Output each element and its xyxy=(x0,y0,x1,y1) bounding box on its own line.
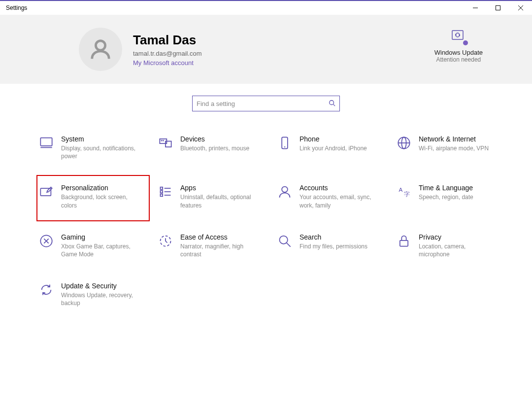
personalization-icon xyxy=(38,184,54,200)
tile-personalization[interactable]: Personalization Background, lock screen,… xyxy=(36,175,150,221)
windows-update-subtitle: Attention needed xyxy=(436,56,481,63)
user-name: Tamal Das xyxy=(133,33,202,48)
windows-update-title: Windows Update xyxy=(434,49,483,56)
tile-devices[interactable]: Devices Bluetooth, printers, mouse xyxy=(156,133,269,162)
tile-title: Phone xyxy=(299,135,367,143)
close-button[interactable] xyxy=(509,1,532,15)
minimize-icon xyxy=(473,5,478,10)
tile-title: Accounts xyxy=(299,184,378,192)
tile-desc: Wi-Fi, airplane mode, VPN xyxy=(419,144,489,152)
tile-desc: Speech, region, date xyxy=(419,193,473,201)
search-icon xyxy=(329,100,335,108)
minimize-button[interactable] xyxy=(464,1,487,15)
update-security-icon xyxy=(38,282,54,298)
titlebar: Settings xyxy=(0,0,532,15)
tile-desc: Uninstall, defaults, optional features xyxy=(180,193,259,209)
user-icon xyxy=(89,38,112,61)
svg-point-6 xyxy=(463,40,468,45)
ease-of-access-icon xyxy=(158,233,173,249)
svg-rect-5 xyxy=(452,31,463,39)
tile-phone[interactable]: Phone Link your Android, iPhone xyxy=(275,133,388,162)
tile-apps[interactable]: Apps Uninstall, defaults, optional featu… xyxy=(156,182,269,211)
header: Tamal Das tamal.tr.das@gmail.com My Micr… xyxy=(0,15,532,84)
tile-network[interactable]: Network & Internet Wi-Fi, airplane mode,… xyxy=(394,133,507,162)
svg-line-8 xyxy=(333,104,335,106)
tile-desc: Display, sound, notifications, power xyxy=(61,144,140,160)
svg-point-32 xyxy=(280,236,288,243)
search-row xyxy=(0,84,532,123)
tile-search[interactable]: Search Find my files, permissions xyxy=(275,231,388,260)
svg-point-14 xyxy=(163,140,164,141)
tile-title: System xyxy=(61,135,140,143)
close-icon xyxy=(518,5,523,10)
tile-desc: Link your Android, iPhone xyxy=(299,144,367,152)
tile-update-security[interactable]: Update & Security Windows Update, recove… xyxy=(36,280,150,309)
windows-update-icon xyxy=(451,30,466,45)
system-icon xyxy=(38,135,54,151)
svg-rect-23 xyxy=(161,194,163,197)
user-block: Tamal Das tamal.tr.das@gmail.com My Micr… xyxy=(133,33,202,67)
gaming-icon xyxy=(38,233,54,249)
svg-point-7 xyxy=(330,100,334,104)
tile-time[interactable]: A字 Time & Language Speech, region, date xyxy=(394,182,507,211)
tile-desc: Your accounts, email, sync, work, family xyxy=(299,193,378,209)
maximize-button[interactable] xyxy=(487,1,509,15)
tile-title: Time & Language xyxy=(419,184,473,192)
tile-title: Update & Security xyxy=(61,282,140,290)
tile-title: Search xyxy=(299,233,367,241)
windows-update-block[interactable]: Windows Update Attention needed xyxy=(434,30,483,63)
tile-privacy[interactable]: Privacy Location, camera, microphone xyxy=(394,231,507,260)
svg-point-13 xyxy=(161,140,162,141)
svg-rect-22 xyxy=(161,191,163,193)
tile-desc: Windows Update, recovery, backup xyxy=(61,291,140,307)
devices-icon xyxy=(158,135,173,151)
settings-grid: System Display, sound, notifications, po… xyxy=(0,123,532,310)
tile-system[interactable]: System Display, sound, notifications, po… xyxy=(36,133,150,162)
tile-desc: Xbox Game Bar, captures, Game Mode xyxy=(61,242,140,258)
window-controls xyxy=(464,1,532,15)
svg-text:A: A xyxy=(399,186,403,193)
tile-title: Privacy xyxy=(419,233,498,241)
search-tile-icon xyxy=(277,233,293,249)
network-icon xyxy=(396,135,412,151)
search-box[interactable] xyxy=(192,96,340,111)
tile-ease-of-access[interactable]: Ease of Access Narrator, magnifier, high… xyxy=(156,231,269,260)
svg-point-4 xyxy=(96,41,105,50)
svg-rect-34 xyxy=(400,241,408,246)
svg-text:字: 字 xyxy=(404,191,410,198)
tile-accounts[interactable]: Accounts Your accounts, email, sync, wor… xyxy=(275,182,388,211)
tile-title: Devices xyxy=(180,135,249,143)
svg-rect-1 xyxy=(496,6,500,10)
tile-desc: Background, lock screen, colors xyxy=(61,193,140,209)
search-input[interactable] xyxy=(197,100,329,107)
svg-rect-9 xyxy=(40,138,52,146)
apps-icon xyxy=(158,184,173,200)
tile-desc: Narrator, magnifier, high contrast xyxy=(180,242,259,258)
svg-line-33 xyxy=(287,242,291,246)
tile-desc: Find my files, permissions xyxy=(299,242,367,250)
maximize-icon xyxy=(496,5,500,10)
ms-account-link[interactable]: My Microsoft account xyxy=(133,59,202,67)
tile-desc: Bluetooth, printers, mouse xyxy=(180,144,249,152)
avatar[interactable] xyxy=(79,28,122,71)
svg-rect-20 xyxy=(40,188,51,196)
user-email: tamal.tr.das@gmail.com xyxy=(133,50,202,57)
tile-title: Network & Internet xyxy=(419,135,489,143)
tile-gaming[interactable]: Gaming Xbox Game Bar, captures, Game Mod… xyxy=(36,231,150,260)
accounts-icon xyxy=(277,184,293,200)
window-title: Settings xyxy=(6,4,27,11)
time-language-icon: A字 xyxy=(396,184,412,200)
privacy-icon xyxy=(396,233,412,249)
phone-icon xyxy=(277,135,293,151)
tile-title: Apps xyxy=(180,184,259,192)
tile-title: Gaming xyxy=(61,233,140,241)
status-dot-icon xyxy=(463,40,468,46)
tile-title: Ease of Access xyxy=(180,233,259,241)
tile-desc: Location, camera, microphone xyxy=(419,242,498,258)
tile-title: Personalization xyxy=(61,184,140,192)
svg-point-27 xyxy=(282,187,288,193)
svg-rect-21 xyxy=(161,187,163,190)
